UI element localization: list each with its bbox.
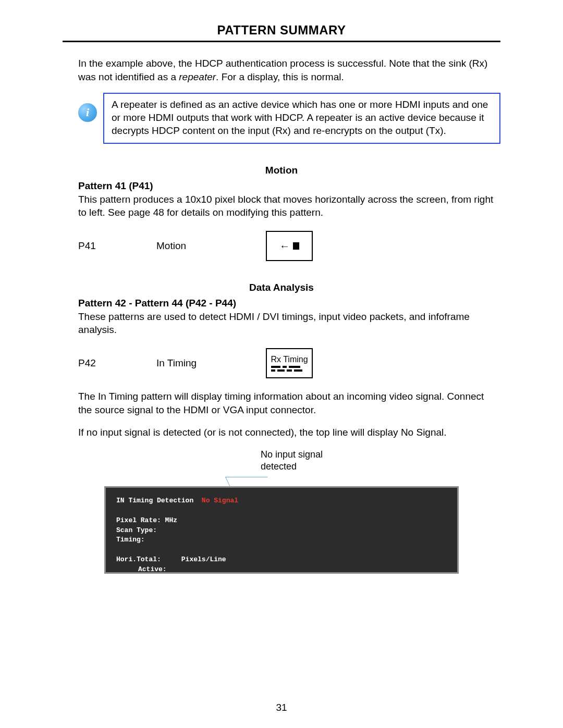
- arrow-left-icon: ←: [279, 241, 290, 251]
- thumb-rx-label: Rx Timing: [271, 355, 308, 364]
- motion-desc: This pattern produces a 10x10 pixel bloc…: [78, 193, 495, 219]
- term-line-3: Scan Type:: [116, 526, 157, 534]
- term-line-6: Active:: [116, 565, 167, 574]
- row-code: P42: [78, 357, 156, 369]
- annotation-line2: detected: [261, 461, 297, 472]
- info-icon: i: [78, 103, 97, 122]
- page-title: PATTERN SUMMARY: [63, 23, 500, 38]
- black-square-icon: [293, 242, 299, 250]
- thumb-rx-timing: Rx Timing: [266, 348, 313, 378]
- intro-em: repeater: [179, 71, 216, 82]
- page-number: 31: [0, 702, 563, 713]
- pattern-head-p42-44: Pattern 42 - Pattern 44 (P42 - P44): [78, 298, 500, 309]
- data-analysis-desc: These patterns are used to detect HDMI /…: [78, 310, 495, 337]
- annotation-line1: No input signal: [261, 449, 323, 460]
- term-line-2: Pixel Rate: MHz: [116, 516, 177, 524]
- callout-box: A repeater is defined as an active devic…: [103, 93, 500, 143]
- term-line-4: Timing:: [116, 536, 145, 544]
- section-heading-data-analysis: Data Analysis: [63, 282, 500, 293]
- row-label: In Timing: [156, 357, 266, 369]
- intro-part-b: . For a display, this is normal.: [216, 71, 344, 82]
- annotation-text: No input signal detected: [261, 449, 323, 472]
- section-heading-motion: Motion: [63, 165, 500, 176]
- row-label: Motion: [156, 240, 266, 252]
- in-timing-para1: The In Timing pattern will display timin…: [78, 390, 495, 416]
- term-line-5: Hori.Total: Pixels/Line: [116, 556, 226, 563]
- info-callout: i A repeater is defined as an active dev…: [78, 93, 500, 143]
- row-p41: P41 Motion ←: [78, 231, 500, 261]
- title-rule: [63, 41, 500, 42]
- term-no-signal: No Signal: [202, 497, 238, 504]
- thumb-motion: ←: [266, 231, 313, 261]
- pattern-head-p41: Pattern 41 (P41): [78, 180, 500, 192]
- terminal-screenshot: IN Timing Detection No Signal Pixel Rate…: [104, 486, 459, 574]
- term-line-1a: IN Timing Detection: [116, 497, 202, 504]
- intro-text: In the example above, the HDCP authentic…: [78, 57, 495, 83]
- row-p42: P42 In Timing Rx Timing: [78, 348, 500, 378]
- in-timing-para2: If no input signal is detected (or is no…: [78, 426, 495, 439]
- row-code: P41: [78, 240, 156, 252]
- thumb-rx-pattern-icon: [271, 366, 308, 372]
